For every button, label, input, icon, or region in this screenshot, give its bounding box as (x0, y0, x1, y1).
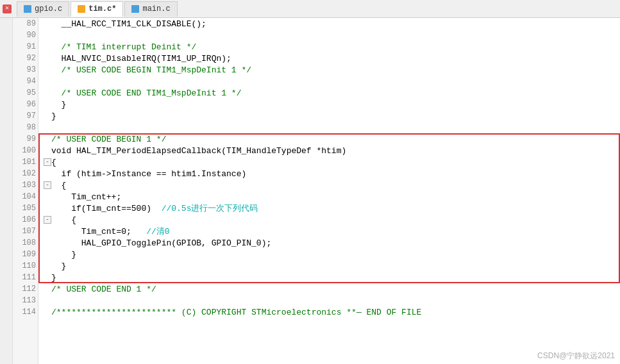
code-line-90 (42, 29, 620, 41)
code-line-97: } (42, 110, 620, 122)
line-number-96: 96 (13, 99, 40, 110)
tab-label-gpio: gpio.c (35, 4, 62, 13)
line-number-90: 90 (13, 29, 40, 41)
code-container: 8990919293949596979899100101102103104105… (13, 18, 620, 364)
line-number-98: 98 (13, 122, 40, 133)
code-line-96: } (42, 99, 620, 110)
line-number-95: 95 (13, 87, 40, 99)
tab-bar: gpio.c tim.c* main.c (0, 0, 620, 18)
code-line-104: Tim_cnt++; (42, 191, 620, 203)
fold-icon-103[interactable]: - (44, 181, 51, 189)
line-number-112: 112 (13, 283, 40, 295)
tab-main[interactable]: main.c (124, 1, 177, 17)
code-line-100: ▶void HAL_TIM_PeriodElapsedCallback(TIM_… (42, 145, 620, 156)
tab-label-tim: tim.c* (88, 4, 116, 13)
line-number-105: 105 (13, 203, 40, 214)
code-line-102: if (htim->Instance == htim1.Instance) (42, 168, 620, 179)
code-line-112: /* USER CODE END 1 */ (42, 283, 620, 295)
line-number-108: 108 (13, 237, 40, 249)
line-number-111: 111 (13, 272, 40, 283)
code-line-89: __HAL_RCC_TIM1_CLK_DISABLE(); (42, 18, 620, 29)
code-line-93: /* USER CODE BEGIN TIM1_MspDeInit 1 */ (42, 64, 620, 76)
line-number-101: 101 (13, 156, 40, 168)
app-container: gpio.c tim.c* main.c 8990919293949596979… (0, 0, 620, 364)
code-line-110: } (42, 260, 620, 272)
line-number-102: 102 (13, 168, 40, 179)
line-number-91: 91 (13, 41, 40, 53)
line-number-109: 109 (13, 249, 40, 260)
code-line-99: /* USER CODE BEGIN 1 */ (42, 133, 620, 145)
code-line-108: HAL_GPIO_TogglePin(GPIOB, GPIO_PIN_0); (42, 237, 620, 249)
file-icon-main (131, 5, 139, 13)
code-line-105: if(Tim_cnt==500) //0.5s进行一次下列代码 (42, 203, 620, 214)
line-number-107: 107 (13, 226, 40, 237)
line-number-113: 113 (13, 295, 40, 306)
code-line-107: Tim_cnt=0; //清0 (42, 226, 620, 237)
line-number-99: 99 (13, 133, 40, 145)
line-number-100: 100 (13, 145, 40, 156)
code-line-91: /* TIM1 interrupt Deinit */ (42, 41, 620, 53)
close-button[interactable] (3, 4, 12, 13)
line-number-89: 89 (13, 18, 40, 29)
fold-icon-101[interactable]: - (44, 158, 51, 166)
editor-area: 8990919293949596979899100101102103104105… (0, 18, 620, 364)
code-line-113 (42, 295, 620, 306)
line-number-104: 104 (13, 191, 40, 203)
file-icon-gpio (24, 5, 31, 13)
code-line-98 (42, 122, 620, 133)
code-line-92: HAL_NVIC_DisableIRQ(TIM1_UP_IRQn); (42, 53, 620, 64)
fold-icon-106[interactable]: - (44, 216, 51, 224)
code-line-94 (42, 76, 620, 87)
line-number-106: 106 (13, 214, 40, 226)
code-line-111: } (42, 272, 620, 283)
code-lines[interactable]: __HAL_RCC_TIM1_CLK_DISABLE(); /* TIM1 in… (38, 18, 620, 364)
tab-label-main: main.c (142, 4, 170, 13)
code-line-95: /* USER CODE END TIM1_MspDeInit 1 */ (42, 87, 620, 99)
line-number-92: 92 (13, 53, 40, 64)
code-line-106: - { (42, 214, 620, 226)
line-number-114: 114 (13, 306, 40, 318)
code-line-103: - { (42, 179, 620, 191)
line-numbers: 8990919293949596979899100101102103104105… (13, 18, 38, 364)
code-line-101: -{ (42, 156, 620, 168)
code-line-114: /************************ (C) COPYRIGHT … (42, 306, 620, 318)
line-number-94: 94 (13, 76, 40, 87)
line-number-103: 103 (13, 179, 40, 191)
line-number-97: 97 (13, 110, 40, 122)
code-line-109: } (42, 249, 620, 260)
debug-gutter (0, 18, 13, 364)
tab-tim[interactable]: tim.c* (71, 1, 123, 17)
code-editor: 8990919293949596979899100101102103104105… (13, 18, 620, 364)
line-number-110: 110 (13, 260, 40, 272)
tab-gpio[interactable]: gpio.c (17, 1, 69, 17)
line-number-93: 93 (13, 64, 40, 76)
file-icon-tim (78, 5, 85, 13)
